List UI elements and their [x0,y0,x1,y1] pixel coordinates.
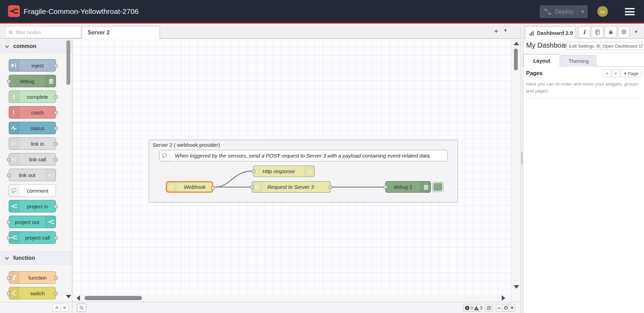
edit-settings-button[interactable]: Edit Settings [566,42,603,50]
chevron-down-icon [5,256,9,259]
flow-node-comment[interactable]: When triggered by the sensors, send a PO… [159,150,448,161]
input-port[interactable] [384,185,387,189]
palette-collapse-all-button[interactable] [53,304,61,312]
palette-node-comment[interactable]: comment [9,184,56,197]
resize-grip [522,152,522,164]
sidebar-tab-strip: Dashboard 2.0 [523,24,644,39]
node-red-icon [9,200,19,212]
add-flow-button[interactable] [492,27,501,36]
palette-category-common[interactable]: common [0,40,72,53]
double-chevron-up-icon [55,305,59,310]
minimap-button[interactable] [485,304,493,312]
palette-node-switch[interactable]: switch [9,287,56,299]
palette-scroll-down-arrow[interactable] [66,295,71,298]
move-page-down-button[interactable] [611,70,620,77]
palette-search-input[interactable] [16,29,81,35]
palette-node-catch[interactable]: !catch [9,106,56,119]
tab-dashboard-2[interactable]: Dashboard 2.0 [525,26,576,39]
flow-node-webhook[interactable]: Webhook [166,181,213,193]
palette-node-label: project in [19,200,56,212]
output-port [54,64,58,67]
vertical-scroll-thumb[interactable] [514,49,518,70]
zoom-in-button[interactable] [509,304,515,311]
debug-tab-button[interactable] [605,26,617,38]
deploy-icon [544,8,552,16]
output-port [54,276,58,280]
flow-node-debug-1[interactable]: debug 1 [385,181,431,193]
sidebar-resize-handle[interactable] [521,24,523,313]
deploy-button[interactable]: Deploy [540,5,588,18]
scroll-down-arrow[interactable] [514,285,519,289]
palette-node-function[interactable]: ffunction [9,271,56,284]
palette-node-inject[interactable]: inject [9,59,56,72]
horizontal-scroll-thumb[interactable] [84,296,142,300]
user-avatar[interactable]: su [597,6,608,17]
scroll-up-arrow[interactable] [514,42,519,45]
flow-tab-server-2[interactable]: Server 2 [82,26,160,39]
flow-canvas[interactable]: Server 2 ( webhook provider) When trigge… [72,39,521,302]
add-page-button[interactable]: Page [621,70,641,77]
palette-category-function[interactable]: function [0,251,72,265]
palette-node-project-in[interactable]: project in [9,200,56,212]
palette-node-project-call[interactable]: project call [9,231,56,244]
node-label: Webhook [177,182,212,192]
output-port [54,236,58,240]
palette-node-link-call[interactable]: link call [9,153,56,166]
output-port[interactable] [329,185,332,189]
right-sidebar: Dashboard 2.0 My Dashboard Edit Settings… [523,24,644,313]
palette-scroll-thumb[interactable] [66,40,70,85]
main-menu-button[interactable] [625,8,635,15]
palette-node-complete[interactable]: !complete [9,90,56,103]
palette-expand-all-button[interactable] [61,304,69,312]
list-icon [420,181,431,193]
palette-node-label: status [19,122,56,134]
input-port [7,236,11,240]
warning-count: 0 [480,305,482,311]
double-chevron-up-icon [605,72,609,75]
error-count: 0 [470,305,473,311]
tab-theming[interactable]: Theming [561,55,596,67]
palette-footer [0,302,72,313]
config-tab-button[interactable] [618,26,630,38]
palette-node-link-in[interactable]: link in [9,137,56,150]
scroll-left-arrow[interactable] [77,295,80,301]
palette-node-project-out[interactable]: project out [9,216,56,228]
input-port[interactable] [250,185,254,189]
tab-bar: Server 2 [0,24,521,39]
open-dashboard-button[interactable]: Open Dashboard [600,42,644,50]
flow-node-http-response[interactable]: Http response [253,166,315,177]
output-port[interactable] [211,186,215,190]
input-port[interactable] [251,170,255,173]
zoom-out-button[interactable] [496,304,502,311]
palette-node-label: debug [9,75,45,87]
debug-enable-toggle[interactable] [432,182,443,192]
zoom-reset-icon [504,306,508,310]
input-port [7,174,11,177]
move-page-up-button[interactable] [603,70,611,77]
output-port [54,95,58,99]
flow-list-caret-icon[interactable] [504,27,507,33]
notification-badges[interactable]: 0 0 [463,304,482,312]
palette-node-debug[interactable]: debug [9,75,56,87]
dashboard-title: My Dashboard [526,41,571,49]
group-label: Server 2 ( webhook provider) [153,142,220,148]
help-tab-button[interactable] [591,26,603,38]
workspace-title: Fragile-Common-Yellowthroat-2706 [24,0,139,23]
canvas-search-button[interactable] [77,304,86,312]
node-label: Http response [253,166,304,177]
deploy-options-caret-icon[interactable] [577,5,588,18]
info-tab-button[interactable] [578,26,590,38]
zoom-reset-button[interactable] [502,304,509,311]
gear-icon [596,43,600,49]
node-red-logo-icon[interactable] [8,5,20,17]
node-palette: commoninjectdebug!complete!catchstatusli… [0,39,72,302]
flow-node-request-to-server-3[interactable]: Request to Server 3 [252,181,331,193]
node-red-icon [46,216,56,228]
palette-node-status[interactable]: status [9,122,56,134]
sidebar-tabs-caret-icon[interactable] [635,29,637,34]
palette-search[interactable] [5,26,81,38]
palette-node-link-out[interactable]: link out [9,169,56,181]
scroll-right-arrow[interactable] [502,295,505,301]
tab-layout[interactable]: Layout [523,54,560,67]
palette-node-label: complete [19,91,56,103]
